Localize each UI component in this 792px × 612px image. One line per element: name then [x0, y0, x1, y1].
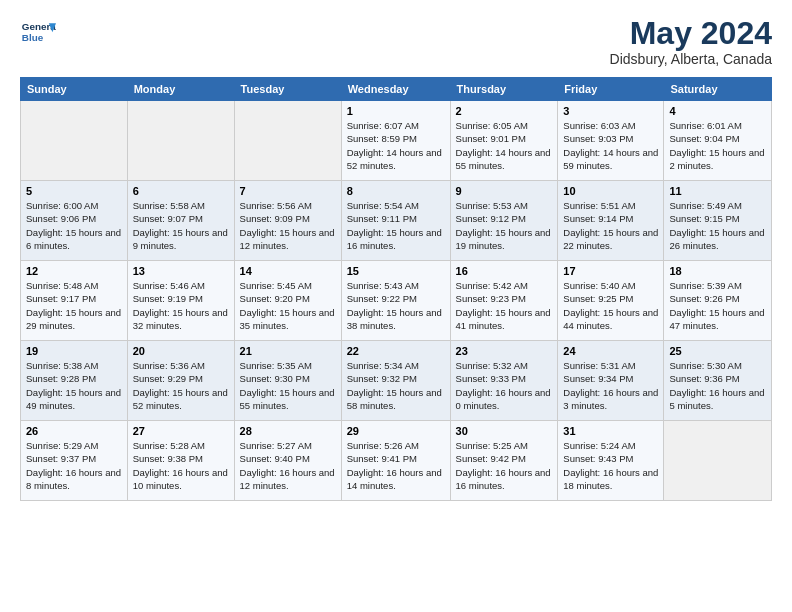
- day-info: Sunrise: 5:46 AMSunset: 9:19 PMDaylight:…: [133, 279, 229, 332]
- day-info: Sunrise: 5:53 AMSunset: 9:12 PMDaylight:…: [456, 199, 553, 252]
- calendar-cell: 13Sunrise: 5:46 AMSunset: 9:19 PMDayligh…: [127, 261, 234, 341]
- day-number: 25: [669, 345, 766, 357]
- day-info: Sunrise: 5:58 AMSunset: 9:07 PMDaylight:…: [133, 199, 229, 252]
- day-number: 11: [669, 185, 766, 197]
- calendar-cell: [127, 101, 234, 181]
- month-title: May 2024: [610, 16, 772, 51]
- location-subtitle: Didsbury, Alberta, Canada: [610, 51, 772, 67]
- day-info: Sunrise: 6:03 AMSunset: 9:03 PMDaylight:…: [563, 119, 658, 172]
- col-sunday: Sunday: [21, 78, 128, 101]
- day-info: Sunrise: 5:54 AMSunset: 9:11 PMDaylight:…: [347, 199, 445, 252]
- day-info: Sunrise: 5:25 AMSunset: 9:42 PMDaylight:…: [456, 439, 553, 492]
- calendar-table: Sunday Monday Tuesday Wednesday Thursday…: [20, 77, 772, 501]
- day-info: Sunrise: 5:56 AMSunset: 9:09 PMDaylight:…: [240, 199, 336, 252]
- calendar-cell: 27Sunrise: 5:28 AMSunset: 9:38 PMDayligh…: [127, 421, 234, 501]
- svg-text:Blue: Blue: [22, 32, 44, 43]
- calendar-cell: 18Sunrise: 5:39 AMSunset: 9:26 PMDayligh…: [664, 261, 772, 341]
- day-info: Sunrise: 6:01 AMSunset: 9:04 PMDaylight:…: [669, 119, 766, 172]
- calendar-cell: 29Sunrise: 5:26 AMSunset: 9:41 PMDayligh…: [341, 421, 450, 501]
- page-container: General Blue General Blue May 2024 Didsb…: [0, 0, 792, 517]
- day-info: Sunrise: 5:36 AMSunset: 9:29 PMDaylight:…: [133, 359, 229, 412]
- calendar-cell: 26Sunrise: 5:29 AMSunset: 9:37 PMDayligh…: [21, 421, 128, 501]
- day-number: 12: [26, 265, 122, 277]
- calendar-cell: 23Sunrise: 5:32 AMSunset: 9:33 PMDayligh…: [450, 341, 558, 421]
- day-number: 6: [133, 185, 229, 197]
- day-number: 7: [240, 185, 336, 197]
- calendar-cell: 15Sunrise: 5:43 AMSunset: 9:22 PMDayligh…: [341, 261, 450, 341]
- day-number: 8: [347, 185, 445, 197]
- day-number: 9: [456, 185, 553, 197]
- calendar-week-1: 5Sunrise: 6:00 AMSunset: 9:06 PMDaylight…: [21, 181, 772, 261]
- day-number: 14: [240, 265, 336, 277]
- calendar-cell: 31Sunrise: 5:24 AMSunset: 9:43 PMDayligh…: [558, 421, 664, 501]
- day-info: Sunrise: 5:27 AMSunset: 9:40 PMDaylight:…: [240, 439, 336, 492]
- day-number: 21: [240, 345, 336, 357]
- calendar-cell: 24Sunrise: 5:31 AMSunset: 9:34 PMDayligh…: [558, 341, 664, 421]
- day-number: 4: [669, 105, 766, 117]
- calendar-cell: 25Sunrise: 5:30 AMSunset: 9:36 PMDayligh…: [664, 341, 772, 421]
- day-number: 2: [456, 105, 553, 117]
- col-monday: Monday: [127, 78, 234, 101]
- day-number: 30: [456, 425, 553, 437]
- day-number: 10: [563, 185, 658, 197]
- day-number: 24: [563, 345, 658, 357]
- calendar-cell: 11Sunrise: 5:49 AMSunset: 9:15 PMDayligh…: [664, 181, 772, 261]
- calendar-cell: 12Sunrise: 5:48 AMSunset: 9:17 PMDayligh…: [21, 261, 128, 341]
- calendar-week-2: 12Sunrise: 5:48 AMSunset: 9:17 PMDayligh…: [21, 261, 772, 341]
- calendar-cell: 28Sunrise: 5:27 AMSunset: 9:40 PMDayligh…: [234, 421, 341, 501]
- calendar-cell: 16Sunrise: 5:42 AMSunset: 9:23 PMDayligh…: [450, 261, 558, 341]
- day-number: 31: [563, 425, 658, 437]
- day-number: 22: [347, 345, 445, 357]
- day-info: Sunrise: 5:39 AMSunset: 9:26 PMDaylight:…: [669, 279, 766, 332]
- day-info: Sunrise: 5:51 AMSunset: 9:14 PMDaylight:…: [563, 199, 658, 252]
- day-number: 18: [669, 265, 766, 277]
- day-info: Sunrise: 5:42 AMSunset: 9:23 PMDaylight:…: [456, 279, 553, 332]
- calendar-cell: [234, 101, 341, 181]
- day-info: Sunrise: 5:38 AMSunset: 9:28 PMDaylight:…: [26, 359, 122, 412]
- day-info: Sunrise: 5:31 AMSunset: 9:34 PMDaylight:…: [563, 359, 658, 412]
- day-number: 23: [456, 345, 553, 357]
- col-saturday: Saturday: [664, 78, 772, 101]
- calendar-cell: [21, 101, 128, 181]
- day-number: 29: [347, 425, 445, 437]
- calendar-cell: 5Sunrise: 6:00 AMSunset: 9:06 PMDaylight…: [21, 181, 128, 261]
- header: General Blue General Blue May 2024 Didsb…: [20, 16, 772, 67]
- calendar-cell: 22Sunrise: 5:34 AMSunset: 9:32 PMDayligh…: [341, 341, 450, 421]
- calendar-cell: 10Sunrise: 5:51 AMSunset: 9:14 PMDayligh…: [558, 181, 664, 261]
- calendar-cell: 9Sunrise: 5:53 AMSunset: 9:12 PMDaylight…: [450, 181, 558, 261]
- calendar-cell: 6Sunrise: 5:58 AMSunset: 9:07 PMDaylight…: [127, 181, 234, 261]
- day-number: 26: [26, 425, 122, 437]
- header-row: Sunday Monday Tuesday Wednesday Thursday…: [21, 78, 772, 101]
- col-wednesday: Wednesday: [341, 78, 450, 101]
- calendar-week-0: 1Sunrise: 6:07 AMSunset: 8:59 PMDaylight…: [21, 101, 772, 181]
- day-number: 16: [456, 265, 553, 277]
- day-info: Sunrise: 5:34 AMSunset: 9:32 PMDaylight:…: [347, 359, 445, 412]
- day-number: 20: [133, 345, 229, 357]
- day-info: Sunrise: 5:43 AMSunset: 9:22 PMDaylight:…: [347, 279, 445, 332]
- day-info: Sunrise: 5:24 AMSunset: 9:43 PMDaylight:…: [563, 439, 658, 492]
- col-thursday: Thursday: [450, 78, 558, 101]
- calendar-week-3: 19Sunrise: 5:38 AMSunset: 9:28 PMDayligh…: [21, 341, 772, 421]
- day-info: Sunrise: 5:48 AMSunset: 9:17 PMDaylight:…: [26, 279, 122, 332]
- day-info: Sunrise: 5:49 AMSunset: 9:15 PMDaylight:…: [669, 199, 766, 252]
- logo-icon: General Blue: [20, 16, 56, 52]
- calendar-week-4: 26Sunrise: 5:29 AMSunset: 9:37 PMDayligh…: [21, 421, 772, 501]
- day-info: Sunrise: 5:30 AMSunset: 9:36 PMDaylight:…: [669, 359, 766, 412]
- day-number: 28: [240, 425, 336, 437]
- day-number: 19: [26, 345, 122, 357]
- calendar-cell: 17Sunrise: 5:40 AMSunset: 9:25 PMDayligh…: [558, 261, 664, 341]
- day-info: Sunrise: 5:45 AMSunset: 9:20 PMDaylight:…: [240, 279, 336, 332]
- calendar-cell: 1Sunrise: 6:07 AMSunset: 8:59 PMDaylight…: [341, 101, 450, 181]
- title-area: May 2024 Didsbury, Alberta, Canada: [610, 16, 772, 67]
- day-info: Sunrise: 5:40 AMSunset: 9:25 PMDaylight:…: [563, 279, 658, 332]
- day-number: 5: [26, 185, 122, 197]
- day-info: Sunrise: 6:07 AMSunset: 8:59 PMDaylight:…: [347, 119, 445, 172]
- calendar-cell: 7Sunrise: 5:56 AMSunset: 9:09 PMDaylight…: [234, 181, 341, 261]
- calendar-cell: 30Sunrise: 5:25 AMSunset: 9:42 PMDayligh…: [450, 421, 558, 501]
- calendar-cell: 20Sunrise: 5:36 AMSunset: 9:29 PMDayligh…: [127, 341, 234, 421]
- day-number: 17: [563, 265, 658, 277]
- calendar-cell: 4Sunrise: 6:01 AMSunset: 9:04 PMDaylight…: [664, 101, 772, 181]
- logo: General Blue General Blue: [20, 16, 56, 52]
- day-info: Sunrise: 5:26 AMSunset: 9:41 PMDaylight:…: [347, 439, 445, 492]
- day-number: 13: [133, 265, 229, 277]
